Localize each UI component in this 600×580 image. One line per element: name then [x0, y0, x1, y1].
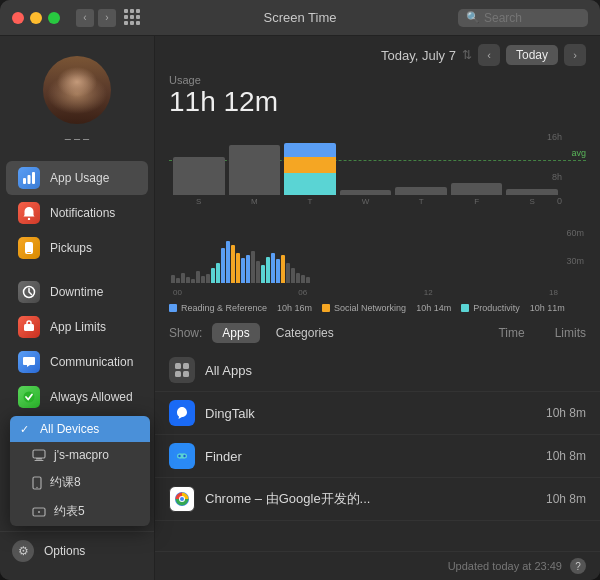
scale-30m: 30m	[566, 256, 584, 266]
hourly-bars	[169, 228, 562, 283]
chrome-icon	[169, 486, 195, 512]
back-button[interactable]: ‹	[76, 9, 94, 27]
svg-rect-25	[33, 450, 45, 458]
app-row-chrome[interactable]: Chrome – 由Google开发的... 10h 8m	[155, 478, 600, 521]
app-name-finder: Finder	[205, 449, 536, 464]
sidebar-label-communication: Communication	[50, 355, 133, 369]
sidebar-item-pickups[interactable]: Pickups	[6, 231, 148, 265]
label-thursday: T	[419, 197, 424, 206]
dropdown-device-5[interactable]: 约表5	[10, 497, 150, 526]
svg-rect-0	[23, 178, 26, 184]
minimize-button[interactable]	[30, 12, 42, 24]
macpro-icon	[32, 449, 46, 461]
search-box[interactable]: 🔍	[458, 9, 588, 27]
show-bar: Show: Apps Categories Time Limits	[155, 317, 600, 349]
legend-productivity: Productivity	[461, 303, 520, 313]
forward-button[interactable]: ›	[98, 9, 116, 27]
dropdown-label-macpro: j's-macpro	[54, 448, 109, 462]
notifications-icon	[18, 202, 40, 224]
tab-apps[interactable]: Apps	[212, 323, 259, 343]
sidebar-item-always-allowed[interactable]: Always Allowed	[6, 380, 148, 414]
svg-point-19	[178, 455, 180, 457]
always-allowed-icon	[18, 386, 40, 408]
bar-fri-fill	[451, 183, 503, 195]
svg-point-3	[28, 218, 30, 220]
legend-name-social: Social Networking	[334, 303, 406, 313]
sidebar-item-communication[interactable]: Communication	[6, 345, 148, 379]
dropdown-all-devices[interactable]: ✓ All Devices	[10, 416, 150, 442]
close-button[interactable]	[12, 12, 24, 24]
downtime-icon	[18, 281, 40, 303]
svg-rect-14	[183, 371, 189, 377]
sidebar-label-app-usage: App Usage	[50, 171, 109, 185]
legend-time-productivity: 10h 11m	[530, 303, 565, 313]
date-arrows-icon: ⇅	[462, 48, 472, 62]
device-dropdown: ✓ All Devices j's-macpro 约课8 约表5	[10, 416, 150, 526]
prev-date-button[interactable]: ‹	[478, 44, 500, 66]
hour-label-00: 00	[173, 288, 182, 297]
bar-sat-fill	[506, 189, 558, 195]
bar-wed-fill	[340, 190, 392, 195]
svg-point-31	[38, 511, 40, 513]
grid-button[interactable]	[124, 9, 142, 27]
dropdown-device-8[interactable]: 约课8	[10, 468, 150, 497]
svg-rect-27	[35, 460, 44, 461]
sidebar-item-downtime[interactable]: Downtime	[6, 275, 148, 309]
all-apps-icon	[169, 357, 195, 383]
app-row-dingtalk[interactable]: DingTalk 10h 8m	[155, 392, 600, 435]
today-button[interactable]: Today	[506, 45, 558, 65]
date-nav: ‹	[478, 44, 500, 66]
bar-monday-fill	[229, 145, 281, 195]
search-input[interactable]	[484, 11, 580, 25]
legend-name-reading: Reading & Reference	[181, 303, 267, 313]
app-time-finder: 10h 8m	[546, 449, 586, 463]
status-bar: Updated today at 23:49 ?	[155, 551, 600, 580]
app-row-finder[interactable]: Finder 10h 8m	[155, 435, 600, 478]
options-icon: ⚙	[12, 540, 34, 562]
dingtalk-icon	[169, 400, 195, 426]
svg-rect-11	[175, 363, 181, 369]
chart-legend: Reading & Reference 10h 16m Social Netwo…	[169, 299, 586, 317]
next-date-button[interactable]: ›	[564, 44, 586, 66]
legend-time-social: 10h 14m	[416, 303, 451, 313]
app-row-all[interactable]: All Apps	[155, 349, 600, 392]
device-8-icon	[32, 476, 42, 490]
label-sunday: S	[196, 197, 201, 206]
col-time-header: Time	[498, 326, 524, 340]
bar-thursday: T	[395, 187, 447, 206]
help-button[interactable]: ?	[570, 558, 586, 574]
date-bar: Today, July 7 ⇅ ‹ Today ›	[155, 36, 600, 74]
status-text: Updated today at 23:49	[448, 560, 562, 572]
daily-chart: 16h 8h 0 avg S M	[169, 130, 586, 220]
maximize-button[interactable]	[48, 12, 60, 24]
chart-area: 16h 8h 0 avg S M	[155, 130, 600, 317]
dropdown-macpro[interactable]: j's-macpro	[10, 442, 150, 468]
check-icon: ✓	[20, 423, 32, 436]
tab-categories[interactable]: Categories	[266, 323, 344, 343]
sidebar-label-pickups: Pickups	[50, 241, 92, 255]
legend-dot-productivity	[461, 304, 469, 312]
app-name-dingtalk: DingTalk	[205, 406, 536, 421]
avatar-name: – – –	[65, 132, 89, 144]
sidebar-item-app-usage[interactable]: App Usage	[6, 161, 148, 195]
avg-label: avg	[571, 148, 586, 158]
show-label: Show:	[169, 326, 202, 340]
label-saturday: S	[530, 197, 535, 206]
usage-section: Usage 11h 12m	[155, 74, 600, 130]
bar-sunday-fill	[173, 157, 225, 195]
svg-point-20	[183, 455, 185, 457]
sidebar-label-notifications: Notifications	[50, 206, 115, 220]
dropdown-label-device-5: 约表5	[54, 503, 85, 520]
sidebar-item-notifications[interactable]: Notifications	[6, 196, 148, 230]
sidebar-label-app-limits: App Limits	[50, 320, 106, 334]
dropdown-label-all: All Devices	[40, 422, 99, 436]
sidebar-item-app-limits[interactable]: App Limits	[6, 310, 148, 344]
options-button[interactable]: ⚙ Options	[0, 531, 154, 570]
col-limits-header: Limits	[555, 326, 586, 340]
hourly-chart: 60m 30m	[169, 224, 586, 299]
legend-time-reading: 10h 16m	[277, 303, 312, 313]
label-friday: F	[474, 197, 479, 206]
legend-dot-reading	[169, 304, 177, 312]
sidebar-label-downtime: Downtime	[50, 285, 103, 299]
hour-label-18: 18	[549, 288, 558, 297]
